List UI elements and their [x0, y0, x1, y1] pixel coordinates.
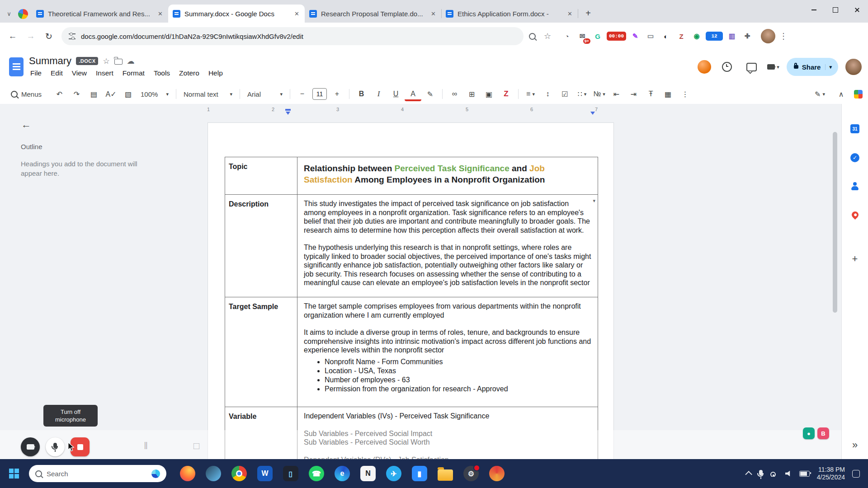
- browser-tab[interactable]: Summary.docx - Google Docs✕: [168, 5, 305, 23]
- screenshot-extension-icon[interactable]: ◔: [561, 30, 573, 42]
- comments-icon[interactable]: [743, 58, 760, 75]
- overlay-b-badge-icon[interactable]: B: [817, 427, 829, 439]
- taskbar-app-firefox[interactable]: [178, 464, 197, 483]
- get-addons-icon[interactable]: +: [846, 250, 863, 267]
- tab-search-chevron-icon[interactable]: ∨: [3, 5, 15, 23]
- input-tools-icon[interactable]: ▦: [660, 87, 676, 101]
- highlighter-extension-icon[interactable]: ✎: [629, 30, 642, 42]
- taskbar-app-whatsapp[interactable]: ☎: [307, 464, 326, 483]
- volume-icon[interactable]: [785, 471, 792, 477]
- row-content-target-sample[interactable]: The target sample comprises employees fr…: [297, 297, 598, 407]
- taskbar-app-settings[interactable]: ⚙: [462, 464, 481, 483]
- overlay-pause-icon[interactable]: ‖: [144, 440, 148, 452]
- browser-pinned-icon[interactable]: [18, 9, 28, 19]
- microphone-toggle-button[interactable]: [46, 437, 65, 456]
- notes-extension-icon[interactable]: ▭: [644, 30, 657, 42]
- wifi-icon[interactable]: [770, 471, 778, 477]
- share-button[interactable]: Share ▾: [787, 58, 838, 76]
- stats-extension-icon[interactable]: ▥: [726, 30, 738, 42]
- bold-icon[interactable]: B: [353, 87, 370, 101]
- star-document-icon[interactable]: ☆: [103, 56, 109, 66]
- bookmark-star-icon[interactable]: ☆: [541, 29, 554, 43]
- tray-microphone-icon[interactable]: [759, 470, 763, 477]
- clear-formatting-icon[interactable]: Ŧ: [642, 87, 659, 101]
- menu-tools[interactable]: Tools: [150, 68, 174, 79]
- close-button[interactable]: [846, 0, 868, 20]
- taskbar-search[interactable]: Search: [29, 465, 166, 482]
- menu-file[interactable]: File: [26, 68, 46, 79]
- search-omnibox-icon[interactable]: [525, 29, 539, 43]
- font-select[interactable]: Arial▾: [244, 87, 286, 101]
- zotero-toolbar-icon[interactable]: Z: [498, 87, 514, 101]
- grammarly-extension-icon[interactable]: G: [591, 30, 604, 42]
- font-size-increase-icon[interactable]: +: [329, 87, 345, 101]
- align-icon[interactable]: ≡▾: [522, 87, 539, 101]
- bullet-list-icon[interactable]: ∷▾: [574, 87, 590, 101]
- site-settings-icon[interactable]: [69, 33, 75, 39]
- dark-mode-extension-icon[interactable]: ◐: [660, 30, 672, 42]
- document-table[interactable]: TopicRelationship between Perceived Task…: [225, 157, 598, 459]
- zotero-extension-icon[interactable]: Z: [675, 30, 688, 42]
- account-avatar[interactable]: [845, 59, 862, 75]
- hidden-icons-chevron[interactable]: [747, 471, 752, 476]
- browser-tab[interactable]: Theoretical Framework and Res...✕: [32, 5, 168, 23]
- taskbar-app-phone-link[interactable]: ▯: [281, 464, 300, 483]
- browser-tab[interactable]: Ethics Application Form.docx -✕: [441, 5, 578, 23]
- move-folder-icon[interactable]: [114, 57, 123, 65]
- camera-toggle-button[interactable]: [21, 437, 40, 456]
- url-text[interactable]: docs.google.com/document/d/1hDaN2a-929C9…: [81, 33, 516, 40]
- underline-icon[interactable]: U: [387, 87, 404, 101]
- menus-button[interactable]: Menus: [5, 88, 47, 100]
- new-tab-button[interactable]: +: [580, 5, 596, 21]
- taskbar-app-steam[interactable]: [204, 464, 223, 483]
- insert-image-icon[interactable]: ▣: [481, 87, 497, 101]
- menu-view[interactable]: View: [68, 68, 91, 79]
- add-comment-icon[interactable]: ⊞: [463, 87, 480, 101]
- maps-icon[interactable]: [846, 206, 863, 223]
- browser-tab[interactable]: Research Proposal Template.do...✕: [305, 5, 441, 23]
- menu-format[interactable]: Format: [118, 68, 149, 79]
- browser-menu-icon[interactable]: ⋮: [777, 31, 790, 41]
- highlight-color-icon[interactable]: ✎: [422, 87, 439, 101]
- calendar-icon[interactable]: 31: [846, 120, 863, 137]
- collapse-panel-icon[interactable]: »: [846, 436, 863, 454]
- toolbar-more-icon[interactable]: ⋮: [677, 87, 693, 101]
- join-call-button[interactable]: ▾: [767, 58, 779, 75]
- extensions-puzzle-icon[interactable]: ✚: [741, 30, 754, 42]
- table-cell-dropdown-icon[interactable]: ▾: [593, 197, 595, 206]
- row-content-topic[interactable]: Relationship between Perceived Task Sign…: [297, 157, 598, 194]
- menu-edit[interactable]: Edit: [47, 68, 67, 79]
- spellcheck-icon[interactable]: A✓: [103, 87, 119, 101]
- zoom-select[interactable]: 100%▾: [137, 87, 172, 101]
- editing-mode-button[interactable]: ✎▾: [811, 87, 828, 101]
- menu-help[interactable]: Help: [204, 68, 227, 79]
- reload-icon[interactable]: ↻: [41, 28, 57, 44]
- contacts-icon[interactable]: [846, 178, 863, 195]
- redo-icon[interactable]: ↷: [68, 87, 85, 101]
- taskbar-app-edge[interactable]: e: [333, 464, 352, 483]
- timer-extension-icon[interactable]: 00:00: [607, 32, 626, 41]
- omnibox[interactable]: docs.google.com/document/d/1hDaN2a-929C9…: [61, 27, 524, 45]
- tab-close-icon[interactable]: ✕: [566, 9, 573, 18]
- font-size-value[interactable]: 11: [312, 88, 327, 100]
- menu-zotero[interactable]: Zotero: [175, 68, 203, 79]
- text-color-icon[interactable]: A: [405, 89, 421, 101]
- taskbar-app-notepad[interactable]: N: [359, 464, 377, 483]
- styles-select[interactable]: Normal text▾: [180, 87, 236, 101]
- taskbar-app-file-explorer[interactable]: [436, 464, 455, 483]
- document-title[interactable]: Summary: [29, 55, 71, 67]
- start-button[interactable]: [5, 464, 24, 483]
- tab-close-icon[interactable]: ✕: [430, 9, 437, 18]
- tab-close-icon[interactable]: ✕: [293, 9, 300, 18]
- orange-extension-icon[interactable]: [698, 60, 711, 74]
- forward-icon[interactable]: →: [23, 28, 39, 44]
- checklist-icon[interactable]: ☑: [557, 87, 573, 101]
- document-page[interactable]: TopicRelationship between Perceived Task…: [208, 122, 614, 459]
- taskbar-app-word[interactable]: W: [255, 464, 274, 483]
- battery-icon[interactable]: [799, 471, 810, 477]
- numbered-list-icon[interactable]: №▾: [591, 87, 608, 101]
- ruler[interactable]: 1234567: [208, 105, 613, 117]
- mail-extension-icon[interactable]: ✉9+: [576, 30, 589, 42]
- scrollbar-thumb[interactable]: [833, 132, 837, 313]
- overlay-stop-icon[interactable]: □: [193, 440, 199, 452]
